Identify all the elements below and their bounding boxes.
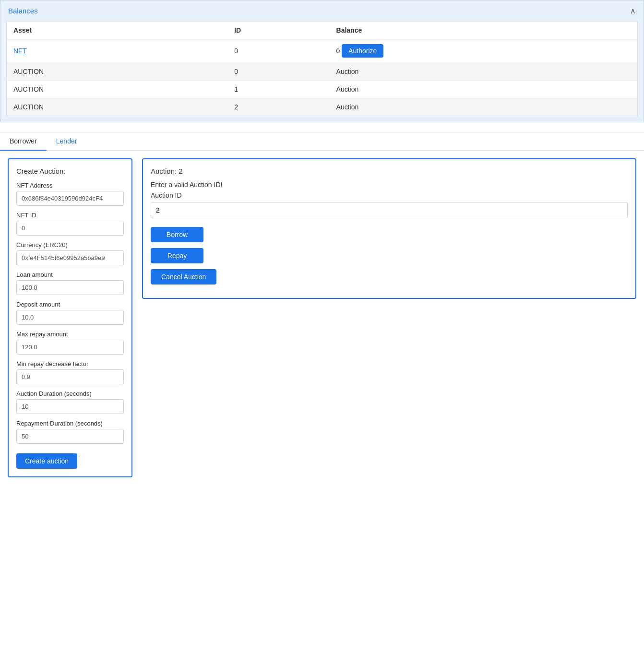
balances-table: Asset ID Balance NFT00 AuthorizeAUCTION0… xyxy=(7,22,637,116)
create-auction-panel: Create Auction: NFT AddressNFT IDCurrenc… xyxy=(8,158,132,477)
field-group: Loan amount xyxy=(16,271,124,295)
field-label: Loan amount xyxy=(16,271,124,278)
field-label: Repayment Duration (seconds) xyxy=(16,420,124,427)
borrow-button[interactable]: Borrow xyxy=(151,227,203,242)
field-label: Auction Duration (seconds) xyxy=(16,390,124,397)
auction-warning: Enter a valid Auction ID! xyxy=(151,181,628,189)
field-label: NFT Address xyxy=(16,182,124,189)
auction-panel: Auction: 2 Enter a valid Auction ID! Auc… xyxy=(142,158,636,299)
table-row: AUCTION2Auction xyxy=(7,98,637,116)
field-input-loan-amount[interactable] xyxy=(16,280,124,295)
table-row: AUCTION1Auction xyxy=(7,81,637,98)
field-input-min-repay-decrease-factor[interactable] xyxy=(16,369,124,384)
table-row: NFT00 Authorize xyxy=(7,39,637,63)
balances-header[interactable]: Balances ∧ xyxy=(0,0,644,21)
asset-cell: AUCTION xyxy=(7,63,227,81)
create-auction-title: Create Auction: xyxy=(16,167,124,175)
field-group: Currency (ERC20) xyxy=(16,241,124,265)
field-input-repayment-duration-seconds[interactable] xyxy=(16,429,124,444)
create-auction-button[interactable]: Create auction xyxy=(16,453,77,469)
main-content: Create Auction: NFT AddressNFT IDCurrenc… xyxy=(0,151,644,485)
authorize-button[interactable]: Authorize xyxy=(342,44,383,58)
field-label: Deposit amount xyxy=(16,301,124,308)
repay-button[interactable]: Repay xyxy=(151,248,203,263)
id-cell: 0 xyxy=(227,39,329,63)
balances-title: Balances xyxy=(8,7,38,15)
field-input-nft-address[interactable] xyxy=(16,191,124,206)
field-input-deposit-amount[interactable] xyxy=(16,310,124,325)
col-header-id: ID xyxy=(227,22,329,39)
field-group: Min repay decrease factor xyxy=(16,360,124,384)
balance-cell: Auction xyxy=(330,63,637,81)
balance-cell: Auction xyxy=(330,98,637,116)
balance-cell: 0 Authorize xyxy=(330,39,637,63)
field-group: NFT Address xyxy=(16,182,124,206)
tab-lender[interactable]: Lender xyxy=(47,132,87,151)
field-input-nft-id[interactable] xyxy=(16,221,124,236)
field-label: NFT ID xyxy=(16,212,124,219)
field-label: Currency (ERC20) xyxy=(16,241,124,249)
auction-id-input[interactable] xyxy=(151,202,628,218)
col-header-asset: Asset xyxy=(7,22,227,39)
tab-borrower[interactable]: Borrower xyxy=(0,132,47,151)
field-group: Max repay amount xyxy=(16,331,124,355)
field-group: Deposit amount xyxy=(16,301,124,325)
asset-cell: NFT xyxy=(7,39,227,63)
tabs-section: Borrower Lender Create Auction: NFT Addr… xyxy=(0,132,644,485)
asset-cell: AUCTION xyxy=(7,81,227,98)
auction-panel-title: Auction: 2 xyxy=(151,167,628,175)
balances-chevron-icon: ∧ xyxy=(630,6,636,15)
auction-id-label: Auction ID xyxy=(151,191,628,199)
cancel-auction-button[interactable]: Cancel Auction xyxy=(151,269,216,285)
balance-cell: Auction xyxy=(330,81,637,98)
balances-section: Balances ∧ Asset ID Balance NFT00 Author… xyxy=(0,0,644,122)
id-cell: 0 xyxy=(227,63,329,81)
field-input-currency-erc20[interactable] xyxy=(16,250,124,265)
nft-link[interactable]: NFT xyxy=(13,47,26,55)
balances-table-wrapper: Asset ID Balance NFT00 AuthorizeAUCTION0… xyxy=(6,21,638,116)
field-input-auction-duration-seconds[interactable] xyxy=(16,399,124,414)
field-group: Repayment Duration (seconds) xyxy=(16,420,124,444)
field-label: Min repay decrease factor xyxy=(16,360,124,368)
field-input-max-repay-amount[interactable] xyxy=(16,340,124,355)
field-label: Max repay amount xyxy=(16,331,124,338)
asset-cell: AUCTION xyxy=(7,98,227,116)
tabs-bar: Borrower Lender xyxy=(0,132,644,151)
col-header-balance: Balance xyxy=(330,22,637,39)
field-group: NFT ID xyxy=(16,212,124,236)
id-cell: 1 xyxy=(227,81,329,98)
field-group: Auction Duration (seconds) xyxy=(16,390,124,414)
id-cell: 2 xyxy=(227,98,329,116)
table-row: AUCTION0Auction xyxy=(7,63,637,81)
